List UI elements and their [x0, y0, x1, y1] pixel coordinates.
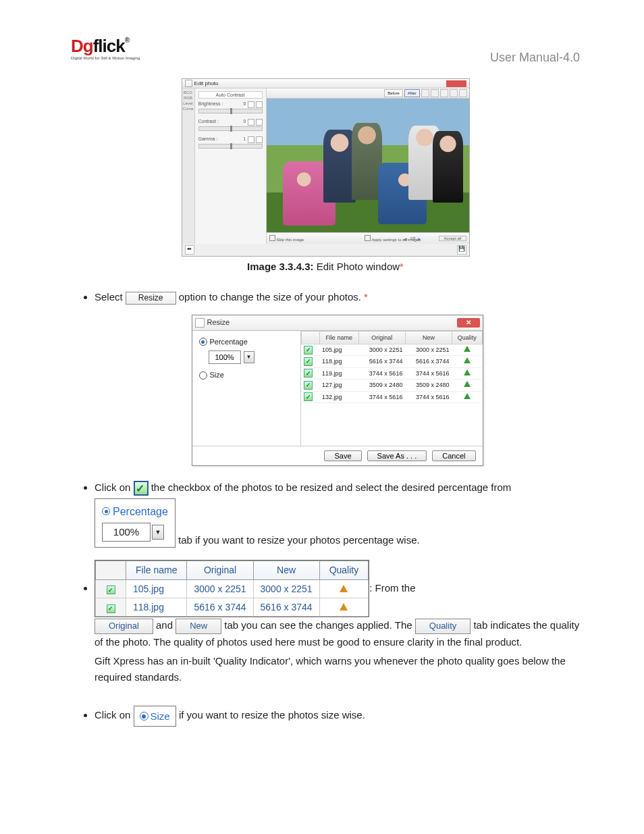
percentage-input[interactable] [209, 350, 241, 364]
checkbox-icon: ✓ [107, 604, 115, 613]
quality-icon [464, 369, 471, 375]
table-row: ✓105.jpg3000 x 22513000 x 2251 [301, 344, 482, 355]
logo-tagline: Digital World for Still & Motion Imaging [71, 56, 140, 60]
accept-all-button[interactable]: Accept all [439, 236, 466, 241]
skip-checkbox[interactable] [269, 235, 275, 241]
slider-label: Brightness : [198, 101, 223, 108]
quality-icon [464, 346, 471, 352]
col-original: Original [358, 331, 405, 344]
slider-label: Contrast : [198, 119, 219, 126]
table-row: ✓132.jpg3744 x 56163744 x 5616 [301, 391, 482, 402]
size-radio[interactable]: Size [199, 369, 294, 382]
apply-all-label: Apply settings to all images [372, 238, 421, 242]
close-icon[interactable] [446, 80, 466, 87]
reset-icon[interactable] [248, 119, 254, 126]
before-button[interactable]: Before [384, 89, 403, 97]
quality-warning-icon [340, 585, 348, 592]
col-new: New [405, 331, 452, 344]
side-tab[interactable]: BCG [182, 90, 194, 95]
quality-icon [464, 381, 471, 387]
undo-icon[interactable] [256, 119, 263, 126]
inline-table-image: File name Original New Quality ✓105.jpg3… [95, 560, 369, 617]
brightness-slider[interactable] [198, 109, 263, 113]
side-tab[interactable]: Curve [182, 106, 194, 111]
original-tab-chip: Original [95, 619, 153, 634]
table-row: ✓127.jpg3509 x 24803509 x 2480 [301, 380, 482, 391]
logo-rest: flick [93, 36, 125, 56]
after-button[interactable]: After [404, 89, 420, 97]
skip-label: Skip this image [277, 238, 304, 242]
photo-preview [267, 99, 469, 232]
slider-value: 0 [244, 119, 246, 124]
panel-title[interactable]: Auto Contrast [198, 91, 263, 99]
reset-icon[interactable] [248, 101, 254, 108]
instruction-item: Click on the checkbox of the photos to b… [95, 479, 580, 548]
reset-icon[interactable] [248, 136, 254, 143]
gamma-slider[interactable] [198, 144, 263, 149]
percentage-dropdown[interactable]: ▼ [244, 351, 254, 363]
cancel-button[interactable]: Cancel [432, 450, 475, 461]
image-caption: Image 3.3.4.3: Edit Photo window* [71, 261, 580, 272]
undo-icon[interactable] [256, 101, 263, 108]
resize-dialog: Resize ✕ Percentage ▼ Size [192, 315, 483, 466]
adjustment-panel: Auto Contrast Brightness :0 Contrast :0 … [195, 88, 267, 244]
chevron-down-icon: ▼ [152, 525, 164, 540]
new-tab-chip: New [176, 619, 221, 634]
slider-value: 0 [244, 101, 246, 107]
row-checkbox[interactable]: ✓ [304, 369, 313, 377]
quality-icon [464, 393, 471, 399]
percentage-radio[interactable]: Percentage [199, 336, 294, 348]
side-tabs: BCG RGB Level Curve [182, 88, 195, 244]
app-icon [185, 80, 192, 87]
row-checkbox[interactable]: ✓ [304, 346, 313, 355]
quality-tab-chip: Quality [415, 619, 471, 634]
zoom-in-icon[interactable] [421, 89, 429, 97]
dialog-icon [195, 318, 205, 328]
quality-warning-icon [340, 603, 348, 610]
size-radio-chip: Size [134, 706, 176, 727]
checkbox-icon [134, 481, 149, 496]
instruction-item: Select Resize option to change the size … [95, 289, 580, 466]
apply-all-checkbox[interactable] [365, 235, 371, 241]
window-title: Edit photo [194, 80, 219, 86]
logo-d: Dg [71, 36, 93, 56]
edit-photo-window: Edit photo BCG RGB Level Curve Auto Cont… [182, 78, 470, 257]
dialog-title: Resize [207, 317, 230, 329]
slider-label: Gamma : [198, 136, 218, 143]
save-as-button[interactable]: Save As . . . [367, 450, 427, 461]
slider-value: 1 [244, 136, 246, 142]
logo: Dgflick® Digital World for Still & Motio… [71, 37, 140, 60]
undo-icon[interactable] [256, 136, 263, 143]
files-table: File name Original New Quality ✓105.jpg3… [301, 331, 483, 403]
row-checkbox[interactable]: ✓ [304, 381, 313, 390]
instruction-item: File name Original New Quality ✓105.jpg3… [95, 560, 580, 685]
row-checkbox[interactable]: ✓ [304, 357, 313, 366]
fit-icon[interactable] [440, 89, 448, 97]
row-checkbox[interactable]: ✓ [304, 392, 313, 401]
instruction-item: Click on Size if you want to resize the … [95, 706, 580, 727]
fullscreen-icon[interactable] [459, 89, 467, 97]
zoom-out-icon[interactable] [431, 89, 439, 97]
table-row: ✓119.jpg3744 x 56163744 x 5616 [301, 367, 482, 379]
percentage-tab-image: Percentage 100%▼ [95, 498, 176, 548]
side-tab[interactable]: Level [182, 101, 194, 106]
checkbox-icon: ✓ [107, 585, 115, 594]
manual-title: User Manual-4.0 [490, 51, 580, 65]
save-icon[interactable]: 💾 [457, 245, 466, 255]
col-file: File name [319, 331, 358, 344]
save-button[interactable]: Save [324, 450, 361, 461]
resize-chip: Resize [126, 292, 176, 305]
contrast-slider[interactable] [198, 126, 263, 131]
side-tab[interactable]: RGB [182, 95, 194, 101]
quality-icon [464, 357, 471, 363]
close-icon[interactable]: ✕ [457, 318, 480, 328]
back-icon[interactable]: ⬅ [185, 245, 194, 255]
col-quality: Quality [452, 331, 482, 344]
table-row: ✓118.jpg5616 x 37445616 x 3744 [301, 356, 482, 367]
actual-size-icon[interactable] [450, 89, 458, 97]
